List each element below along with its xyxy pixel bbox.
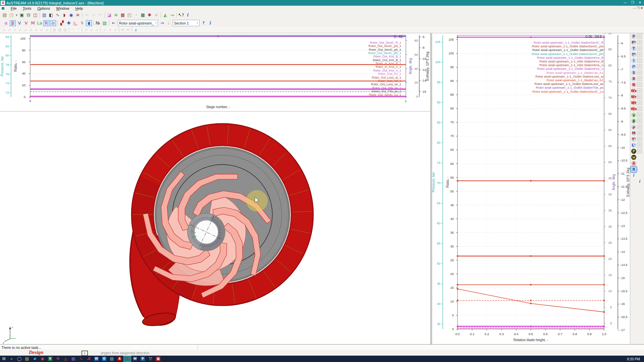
- curve-orange-icon[interactable]: ↝: [169, 12, 175, 18]
- beta-icon[interactable]: β: [631, 119, 636, 124]
- info-view-icon[interactable]: i: [207, 20, 213, 26]
- gamma-icon[interactable]: γ: [631, 112, 636, 118]
- taskbar-chrome-icon[interactable]: ◉: [39, 356, 46, 362]
- chart-triad-icon[interactable]: ◭: [162, 12, 168, 18]
- mdi-document-icon[interactable]: [1, 6, 5, 10]
- mach-icon[interactable]: M: [631, 131, 636, 136]
- alpha-toggle-icon[interactable]: α: [3, 20, 9, 26]
- mini-chart-icon[interactable]: ▱: [637, 119, 642, 123]
- beta-toggle-icon[interactable]: β: [10, 20, 16, 26]
- print-icon[interactable]: ⊟: [25, 12, 32, 18]
- surface-plot-icon[interactable]: ◪: [106, 12, 112, 18]
- cross-section-icon[interactable]: ✚: [66, 20, 72, 26]
- taskbar-axcycle-icon[interactable]: ◬: [62, 356, 69, 362]
- prev-row-arrow-icon[interactable]: ←: [111, 20, 117, 26]
- mini-chart-icon[interactable]: ▱: [637, 88, 642, 93]
- menu-file[interactable]: File: [8, 6, 20, 11]
- ns-diagram-icon[interactable]: №: [95, 20, 101, 26]
- taskbar-perf-monitor-icon[interactable]: ∿: [77, 356, 85, 362]
- gear-icon[interactable]: ✱: [147, 12, 153, 18]
- mach-toggle-icon[interactable]: M: [30, 20, 36, 26]
- enthalpy-icon[interactable]: i: [631, 58, 636, 63]
- taskbar-axstream-icon[interactable]: A: [85, 356, 93, 362]
- temperature-icon[interactable]: T: [631, 46, 636, 51]
- vector-plot-icon[interactable]: ϟ: [79, 20, 85, 26]
- velocity-T-icon[interactable]: Wᴛ: [631, 94, 636, 99]
- mini-chart-icon[interactable]: ▱: [637, 149, 642, 153]
- blade-height-parameters-chart[interactable]: 10510095908580757065605550454035Pressure…: [431, 33, 630, 345]
- open-file-icon[interactable]: ◳: [8, 12, 14, 18]
- blade-profile-icon[interactable]: ◗: [61, 12, 67, 18]
- mini-chart-icon[interactable]: ▱: [637, 131, 642, 135]
- taskbar-we-app-icon[interactable]: W: [131, 356, 139, 362]
- r-toggle-icon[interactable]: R: [43, 20, 49, 26]
- velocity-n-icon[interactable]: Wn: [631, 106, 636, 111]
- mini-chart-icon[interactable]: ▱: [637, 125, 642, 129]
- share-icon[interactable]: ⌗: [153, 12, 159, 18]
- taskbar-word-icon[interactable]: W: [93, 356, 100, 362]
- taskbar-edge-icon[interactable]: e: [31, 356, 39, 362]
- close-button[interactable]: ✕: [637, 0, 643, 5]
- mini-chart-icon[interactable]: ▱: [637, 76, 642, 81]
- taskbar-vgb-app-icon[interactable]: ▽: [147, 356, 154, 362]
- report-icon[interactable]: ◫: [32, 12, 38, 18]
- entropy-icon[interactable]: S: [631, 70, 636, 75]
- mini-chart-icon[interactable]: ▱: [637, 64, 642, 69]
- stage-parameters-chart[interactable]: 84828078767472Pressure, bar100806040200R…: [0, 33, 430, 111]
- velocity-blue-toggle-icon[interactable]: V: [16, 20, 22, 26]
- mini-chart-icon[interactable]: ▱: [637, 143, 642, 147]
- pressure-icon[interactable]: P: [631, 34, 636, 39]
- mini-chart-icon[interactable]: ▱: [637, 34, 642, 39]
- mdi-window-controls[interactable]: —❒✕: [633, 6, 643, 10]
- taskbar-axstream-active-icon[interactable]: A: [123, 356, 131, 362]
- taskbar-paint3d-icon[interactable]: ✣: [54, 356, 62, 362]
- total-enthalpy-icon[interactable]: i*: [631, 64, 636, 69]
- taskbar-wordpad-icon[interactable]: ▤: [108, 356, 116, 362]
- new-document-icon[interactable]: ▤: [2, 12, 8, 18]
- lambda-toggle-icon[interactable]: La: [37, 20, 43, 26]
- taskbar-cortana-icon[interactable]: ◯: [15, 356, 23, 362]
- mini-chart-icon[interactable]: ▱: [637, 40, 642, 45]
- y-plus-icon[interactable]: Y¹: [631, 137, 636, 142]
- theta-icon[interactable]: θ: [631, 76, 636, 81]
- taskbar-remote-app-icon[interactable]: ▦: [154, 356, 162, 362]
- mini-chart-icon[interactable]: ▱: [637, 106, 642, 111]
- info-strip-1-icon[interactable]: i: [631, 173, 636, 178]
- table-green-icon[interactable]: ▦: [140, 12, 146, 18]
- total-pressure-icon[interactable]: P*: [631, 40, 636, 45]
- section-selector[interactable]: Section 1˅: [173, 20, 200, 26]
- taskbar-start-icon[interactable]: ⊞: [0, 356, 8, 362]
- save-icon[interactable]: ▣: [19, 12, 25, 18]
- velocity-red-toggle-icon[interactable]: V: [23, 20, 29, 26]
- mini-chart-icon[interactable]: ▱: [637, 46, 642, 51]
- taskbar-search-icon[interactable]: ⌕: [8, 356, 15, 362]
- chart-curve-icon[interactable]: ∿: [55, 12, 61, 18]
- blade-row-selector[interactable]: Rotor axial-upstream_1-1˅: [118, 20, 158, 26]
- solid-3d-icon[interactable]: ◰: [126, 12, 132, 18]
- power-icon[interactable]: P: [631, 149, 636, 154]
- maximize-button[interactable]: ❒: [629, 0, 636, 5]
- context-help-icon[interactable]: ↖?: [178, 12, 184, 18]
- l-plus-icon[interactable]: L⁺: [631, 143, 636, 148]
- chart-bar-icon[interactable]: ▥: [41, 12, 47, 18]
- blade-row-icon[interactable]: ≋: [75, 12, 81, 18]
- hatch-plot-icon[interactable]: ▨: [102, 20, 108, 26]
- mini-chart-icon[interactable]: ▱: [637, 94, 642, 99]
- meridional-view-icon[interactable]: ◖: [86, 20, 92, 26]
- menu-options[interactable]: Options: [34, 6, 53, 11]
- rotation-speed-icon[interactable]: N: [631, 82, 636, 87]
- work-icon[interactable]: w: [631, 155, 636, 160]
- taskbar-file-explorer-icon[interactable]: ▤: [23, 356, 31, 362]
- volute-view-icon[interactable]: ◉: [68, 12, 74, 18]
- mini-chart-icon[interactable]: ▱: [637, 112, 642, 117]
- total-temperature-icon[interactable]: T*: [631, 52, 636, 57]
- menu-window[interactable]: Window: [53, 6, 72, 11]
- open-dropdown-icon[interactable]: ▾: [15, 12, 18, 18]
- mini-chart-icon[interactable]: ▱: [637, 137, 642, 141]
- info-icon[interactable]: i: [185, 12, 191, 18]
- taskbar-outlook-icon[interactable]: O: [100, 356, 108, 362]
- omega-toggle-icon[interactable]: o: [50, 20, 56, 26]
- info-strip-2-icon[interactable]: i: [637, 179, 642, 184]
- chart-frame-icon[interactable]: ◧: [48, 12, 54, 18]
- up-section-arrow-icon[interactable]: ↑: [201, 20, 207, 26]
